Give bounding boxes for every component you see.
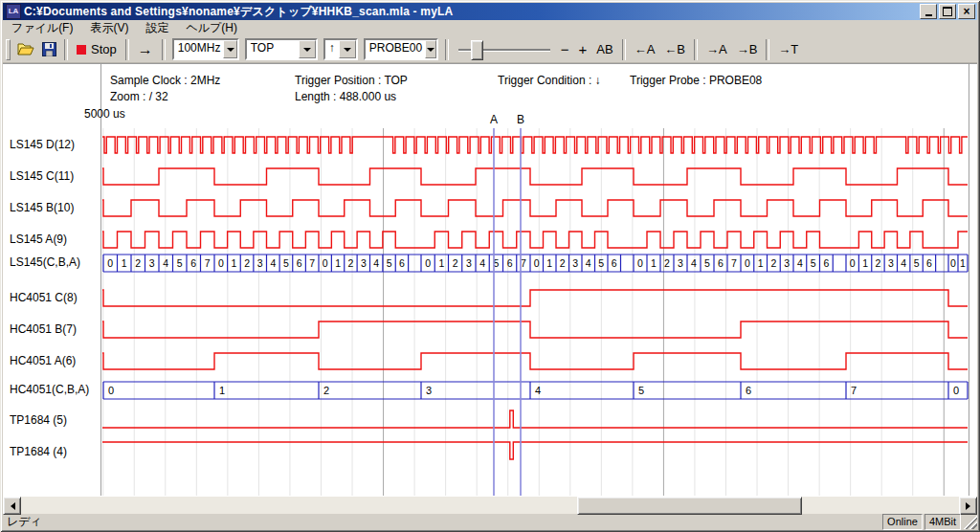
stop-label: Stop: [91, 42, 117, 56]
dropdown-arrow-icon[interactable]: [339, 40, 356, 58]
stop-icon: [77, 45, 86, 55]
status-memory-badge: 4MBit: [924, 514, 961, 530]
time-scale-label: 5000 us: [84, 107, 125, 121]
save-file-button[interactable]: [37, 39, 60, 60]
minimize-icon: [925, 14, 932, 16]
trigger-position-select[interactable]: TOP: [245, 38, 318, 60]
toolbar-grip: [6, 39, 11, 60]
horizontal-scrollbar[interactable]: [3, 497, 977, 514]
cursor-b-left-button[interactable]: ←B: [659, 39, 690, 60]
open-file-button[interactable]: [14, 39, 37, 60]
info-trigger-probe: Trigger Probe : PROBE08: [630, 74, 762, 87]
cursor-b-right-button[interactable]: →B: [732, 39, 763, 60]
save-floppy-icon: [42, 42, 56, 56]
goto-trigger-button[interactable]: →T: [773, 39, 803, 60]
trigger-position-value: TOP: [247, 40, 277, 58]
scrollbar-thumb[interactable]: [577, 497, 802, 515]
run-arrow-icon: →: [138, 41, 153, 58]
toolbar-separator: [622, 39, 626, 60]
zoom-slider-thumb[interactable]: [471, 40, 483, 60]
info-zoom: Zoom : / 32: [110, 90, 168, 103]
info-sample-clock: Sample Clock : 2MHz: [110, 74, 220, 87]
cursor-a-left-button[interactable]: ←A: [630, 39, 660, 60]
channel-label-hc4051-a: HC4051 A(6): [10, 354, 76, 367]
app-icon: LA: [6, 4, 21, 19]
window-title: C:¥Documents and Settings¥noname¥デスクトップ¥…: [24, 4, 916, 20]
scroll-right-icon: [966, 502, 974, 510]
dropdown-arrow-icon[interactable]: [223, 40, 236, 58]
trigger-edge-select[interactable]: ↑: [323, 38, 358, 60]
scroll-left-button[interactable]: [3, 497, 21, 515]
channel-label-hc4051-bus: HC4051(C,B,A): [10, 383, 89, 396]
toolbar-separator: [125, 39, 129, 60]
info-length: Length : 488.000 us: [295, 90, 396, 103]
menu-view[interactable]: 表示(V): [81, 19, 137, 37]
status-bar: レディ Online 4MBit: [3, 515, 977, 529]
close-icon: ×: [963, 7, 969, 16]
channel-label-ls145-c: LS145 C(11): [10, 169, 74, 183]
channel-label-tp1684-4: TP1684 (4): [10, 445, 67, 458]
open-folder-icon: [17, 42, 35, 56]
info-trigger-position: Trigger Position : TOP: [295, 74, 408, 87]
toolbar-separator: [694, 39, 698, 60]
channel-label-ls145-d: LS145 D(12): [10, 138, 75, 151]
status-ready-text: レディ: [3, 514, 880, 530]
zoom-in-button[interactable]: +: [574, 39, 592, 60]
trigger-probe-value: PROBE00: [366, 40, 425, 58]
stop-button[interactable]: Stop: [72, 39, 122, 60]
toolbar: Stop → 100MHz TOP ↑ PROBE00 − + AB ←A: [3, 36, 977, 63]
zoom-out-button[interactable]: −: [556, 39, 574, 60]
toolbar-separator: [162, 39, 166, 60]
menu-help[interactable]: ヘルプ(H): [177, 19, 246, 37]
channel-label-ls145-bus: LS145(C,B,A): [10, 255, 80, 269]
maximize-icon: [943, 7, 952, 16]
channel-label-ls145-a: LS145 A(9): [10, 233, 67, 246]
minimize-button[interactable]: [920, 4, 937, 19]
channel-label-ls145-b: LS145 B(10): [10, 201, 74, 214]
channel-label-tp1684-5: TP1684 (5): [10, 413, 67, 427]
channel-label-hc4051-b: HC4051 B(7): [10, 322, 77, 336]
run-button[interactable]: →: [133, 39, 158, 60]
sample-clock-select[interactable]: 100MHz: [172, 38, 239, 60]
dropdown-arrow-icon[interactable]: [425, 40, 436, 58]
toolbar-separator: [64, 39, 68, 60]
close-button[interactable]: ×: [958, 4, 975, 19]
zoom-slider[interactable]: [458, 39, 550, 60]
trigger-edge-value: ↑: [325, 40, 338, 58]
title-bar: LA C:¥Documents and Settings¥noname¥デスクト…: [3, 3, 977, 20]
scroll-right-button[interactable]: [959, 497, 977, 515]
zoom-ab-button[interactable]: AB: [591, 39, 617, 60]
toolbar-separator: [445, 39, 449, 60]
scroll-left-icon: [7, 502, 15, 510]
cursor-a-label[interactable]: A: [487, 113, 501, 126]
status-online-badge: Online: [882, 514, 923, 530]
channel-label-hc4051-c: HC4051 C(8): [10, 291, 78, 304]
cursor-a-right-button[interactable]: →A: [702, 39, 732, 60]
sample-clock-value: 100MHz: [174, 40, 224, 58]
dropdown-arrow-icon[interactable]: [299, 40, 316, 58]
window-controls: ×: [920, 4, 975, 19]
cursor-b-label[interactable]: B: [514, 113, 527, 126]
resize-grip[interactable]: [964, 516, 977, 529]
waveform-client-area: [3, 63, 977, 497]
menu-file[interactable]: ファイル(F): [3, 19, 81, 37]
menu-bar: ファイル(F) 表示(V) 設定 ヘルプ(H): [3, 20, 977, 36]
menu-settings[interactable]: 設定: [137, 19, 177, 37]
maximize-button[interactable]: [939, 4, 956, 19]
trigger-probe-select[interactable]: PROBE00: [364, 38, 438, 60]
toolbar-separator: [766, 39, 769, 60]
info-trigger-condition: Trigger Condition : ↓: [498, 74, 601, 87]
